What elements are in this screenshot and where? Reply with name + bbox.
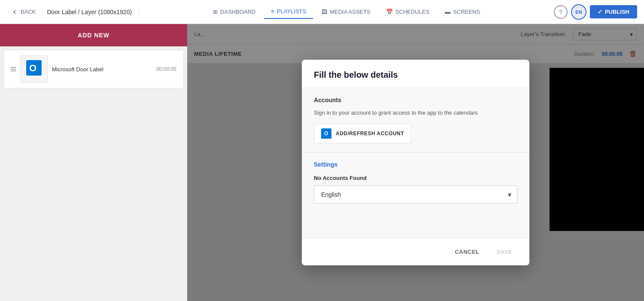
save-label: SAVE [497, 249, 512, 255]
schedules-icon: 📅 [386, 9, 393, 15]
nav-screens[interactable]: ▬ SCREENS [438, 5, 487, 18]
nav-playlists[interactable]: ≡ PLAYLISTS [264, 5, 313, 19]
accounts-section-description: Sign in to your account to grant access … [314, 109, 517, 117]
settings-section: Settings No Accounts Found English Frenc… [302, 152, 529, 212]
outlook-icon: O [26, 60, 42, 76]
cancel-label: CANCEL [455, 249, 479, 255]
nav-dashboard-label: DASHBOARD [220, 9, 255, 15]
back-button[interactable]: BACK [7, 6, 40, 18]
modal-header: Fill the below details [302, 60, 529, 88]
language-button[interactable]: EN [571, 4, 586, 20]
screens-icon: ▬ [445, 9, 450, 15]
main-area: ADD NEW O Microsoft Door Label 00:00:05 [0, 24, 644, 301]
modal-body: Accounts Sign in to your account to gran… [302, 88, 529, 238]
language-select-wrapper: English French German Spanish [314, 185, 517, 204]
accounts-section-title: Accounts [314, 97, 517, 103]
drag-handle[interactable] [11, 67, 16, 71]
empty-settings-area [302, 212, 529, 238]
publish-button[interactable]: ✓ PUBLISH [590, 5, 637, 18]
outlook-small-icon: O [321, 128, 331, 139]
add-account-label: ADD/REFRESH ACCOUNT [336, 131, 404, 137]
top-nav: BACK Door Label / Layer (1080x1920) ⊞ DA… [0, 0, 644, 24]
nav-schedules[interactable]: 📅 SCHEDULES [379, 5, 436, 18]
accounts-section: Accounts Sign in to your account to gran… [302, 88, 529, 153]
add-new-label: ADD NEW [78, 32, 109, 39]
no-accounts-label: No Accounts Found [314, 175, 517, 181]
nav-schedules-label: SCHEDULES [395, 9, 429, 15]
save-button[interactable]: SAVE [492, 245, 517, 258]
lang-label: EN [575, 9, 582, 15]
nav-screens-label: SCREENS [453, 9, 480, 15]
left-sidebar: ADD NEW O Microsoft Door Label 00:00:05 [0, 24, 187, 301]
list-item[interactable]: O Microsoft Door Label 00:00:05 [3, 50, 184, 88]
back-icon [11, 9, 18, 15]
media-name: Microsoft Door Label [52, 66, 152, 73]
svg-text:O: O [29, 63, 36, 73]
add-account-button[interactable]: O ADD/REFRESH ACCOUNT [314, 124, 411, 143]
help-icon: ? [559, 9, 563, 15]
nav-media-assets[interactable]: 🖼 MEDIA ASSETS [315, 5, 377, 18]
media-thumbnail: O [20, 55, 48, 83]
breadcrumb: Door Label / Layer (1080x1920) [40, 9, 139, 15]
back-label: BACK [21, 9, 36, 15]
nav-dashboard[interactable]: ⊞ DASHBOARD [206, 5, 262, 18]
nav-right: ? EN ✓ PUBLISH [554, 4, 637, 20]
add-new-button[interactable]: ADD NEW [0, 24, 187, 46]
nav-playlists-label: PLAYLISTS [277, 8, 306, 15]
modal-dialog: Fill the below details Accounts Sign in … [302, 60, 529, 266]
publish-label: PUBLISH [605, 9, 629, 15]
cancel-button[interactable]: CANCEL [450, 245, 484, 258]
right-content: La... Layer's Transition: Fade Slide Non… [187, 24, 644, 301]
media-duration: 00:00:05 [156, 66, 176, 72]
language-select[interactable]: English French German Spanish [314, 185, 517, 204]
media-assets-icon: 🖼 [322, 9, 327, 15]
modal-title: Fill the below details [314, 70, 517, 80]
modal-overlay[interactable]: Fill the below details Accounts Sign in … [187, 24, 644, 301]
settings-section-title: Settings [314, 161, 517, 168]
microsoft-icon: O [26, 60, 42, 79]
modal-footer: CANCEL SAVE [302, 238, 529, 265]
help-button[interactable]: ? [554, 5, 568, 19]
main-nav: ⊞ DASHBOARD ≡ PLAYLISTS 🖼 MEDIA ASSETS 📅… [139, 5, 554, 19]
playlists-icon: ≡ [271, 8, 274, 15]
check-icon: ✓ [598, 9, 602, 15]
dashboard-icon: ⊞ [213, 9, 218, 15]
nav-media-assets-label: MEDIA ASSETS [330, 9, 371, 15]
